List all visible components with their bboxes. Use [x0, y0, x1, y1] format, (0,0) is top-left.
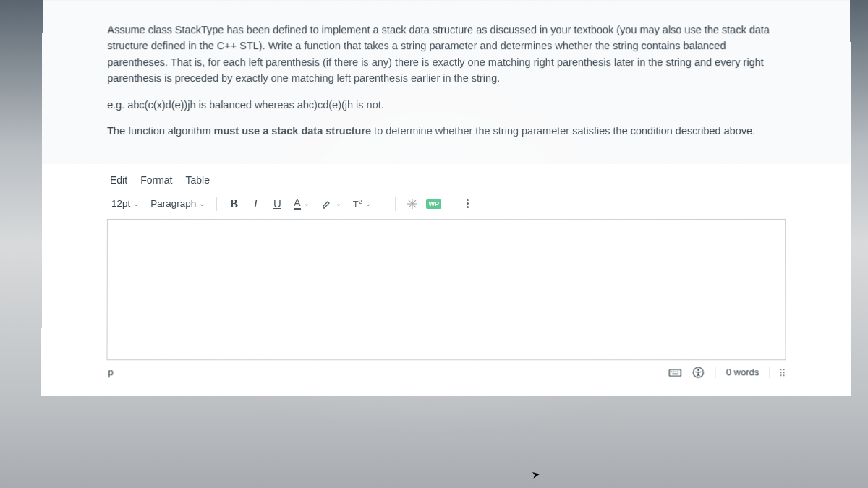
quiz-screen: A Assume class StackType has been define… [41, 0, 851, 396]
chevron-down-icon: ⌄ [304, 200, 310, 207]
highlighter-icon [321, 198, 333, 210]
svg-point-7 [676, 371, 677, 372]
chevron-down-icon: ⌄ [336, 200, 341, 207]
underline-button[interactable]: U [269, 196, 285, 212]
question-paragraph-1: Assume class StackType has been defined … [107, 22, 785, 87]
element-path[interactable]: p [108, 367, 113, 378]
text-color-dropdown[interactable]: A ⌄ [291, 196, 312, 212]
chevron-down-icon: ⌄ [365, 200, 371, 207]
question-paragraph-2: e.g. abc(c(x)d(e))jh is balanced whereas… [107, 97, 786, 113]
menu-edit[interactable]: Edit [110, 174, 127, 186]
editor-menu-bar: Edit Format Table [107, 170, 786, 193]
text-color-icon: A [294, 197, 300, 210]
editor-toolbar: 12pt ⌄ Paragraph ⌄ B I U A ⌄ ⌄ [107, 193, 786, 219]
separator [395, 197, 396, 211]
word-count[interactable]: 0 words [726, 367, 760, 378]
superscript-dropdown[interactable]: T2 ⌄ [350, 197, 374, 211]
separator [769, 367, 770, 378]
clear-format-icon [407, 198, 418, 210]
accessibility-icon[interactable] [692, 366, 705, 379]
font-size-dropdown[interactable]: 12pt ⌄ [109, 197, 142, 210]
svg-rect-4 [670, 369, 681, 376]
mouse-cursor-icon: ➤ [531, 468, 542, 481]
more-options-button[interactable] [460, 196, 476, 212]
clear-formatting-button[interactable] [404, 196, 420, 212]
highlight-dropdown[interactable]: ⌄ [318, 197, 344, 211]
question-text: Assume class StackType has been defined … [42, 0, 851, 164]
separator [451, 197, 451, 211]
svg-point-8 [678, 371, 679, 372]
svg-point-11 [698, 369, 699, 370]
embed-button[interactable]: WP [426, 196, 442, 212]
keyboard-icon[interactable] [669, 366, 682, 379]
chevron-down-icon: ⌄ [133, 200, 139, 207]
paragraph-dropdown[interactable]: Paragraph ⌄ [148, 197, 208, 210]
bold-button[interactable]: B [226, 196, 242, 212]
wp-icon: WP [426, 199, 441, 209]
svg-point-6 [673, 371, 675, 372]
rich-text-editor: Edit Format Table 12pt ⌄ Paragraph ⌄ B I… [41, 164, 851, 396]
menu-table[interactable]: Table [185, 174, 209, 186]
chevron-down-icon: ⌄ [199, 200, 205, 207]
separator [216, 197, 217, 211]
editor-status-bar: p [106, 363, 786, 382]
superscript-icon: T2 [353, 198, 362, 210]
kebab-icon [465, 197, 470, 210]
separator [383, 197, 383, 211]
svg-point-5 [671, 371, 673, 372]
separator [715, 367, 716, 378]
italic-button[interactable]: I [247, 196, 263, 212]
menu-format[interactable]: Format [140, 174, 172, 186]
resize-handle[interactable] [780, 369, 785, 376]
svg-rect-9 [673, 374, 678, 374]
question-paragraph-3: The function algorithm must use a stack … [107, 123, 786, 139]
editor-textarea[interactable] [107, 219, 786, 360]
